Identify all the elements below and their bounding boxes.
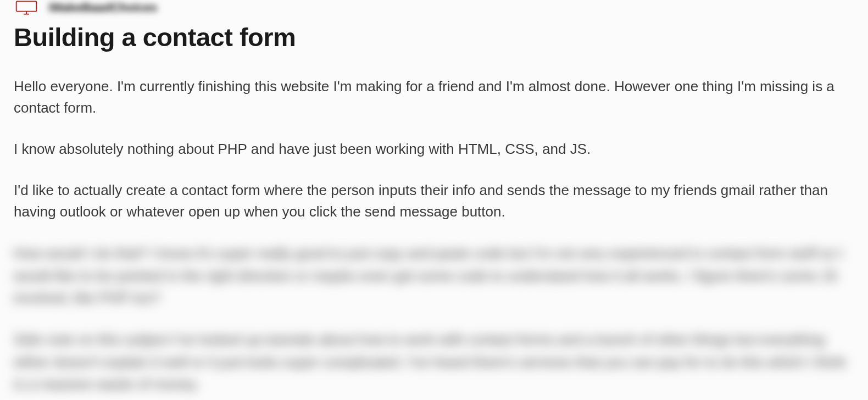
- post-title: Building a contact form: [14, 22, 854, 53]
- post-paragraph: I know absolutely nothing about PHP and …: [14, 138, 854, 160]
- post-header: IMakeBaadChoices: [14, 0, 854, 15]
- post-paragraph: I'd like to actually create a contact fo…: [14, 180, 854, 223]
- svg-rect-0: [16, 1, 37, 11]
- monitor-icon: [15, 0, 37, 15]
- post-paragraph-blurred: Side note on this subject I've looked up…: [14, 329, 854, 395]
- avatar[interactable]: [14, 0, 39, 15]
- username[interactable]: IMakeBaadChoices: [49, 1, 157, 15]
- post-paragraph-blurred: How would I do that? I know it's super r…: [14, 242, 854, 309]
- post-paragraph: Hello everyone. I'm currently finishing …: [14, 76, 854, 119]
- blurred-content: How would I do that? I know it's super r…: [14, 242, 854, 395]
- post-body: Hello everyone. I'm currently finishing …: [14, 76, 854, 223]
